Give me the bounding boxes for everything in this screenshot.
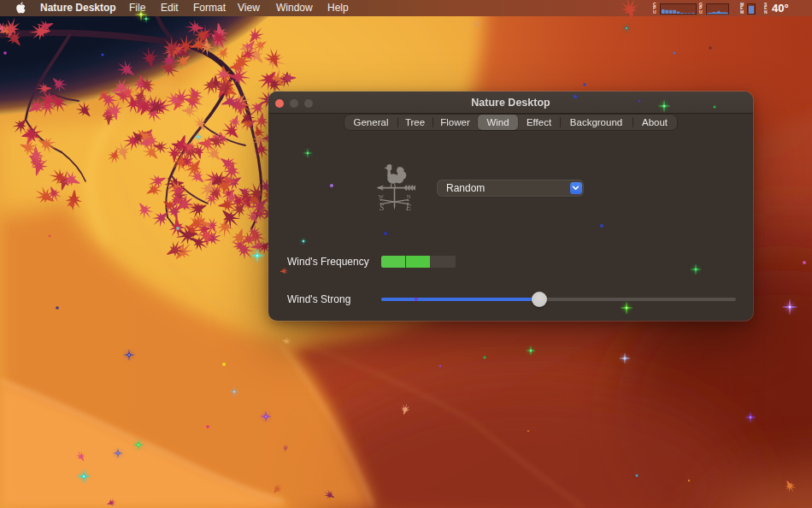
svg-text:N: N [407,193,411,199]
svg-text:E: E [405,203,412,212]
svg-text:S: S [380,203,385,212]
svg-text:W: W [379,193,385,199]
